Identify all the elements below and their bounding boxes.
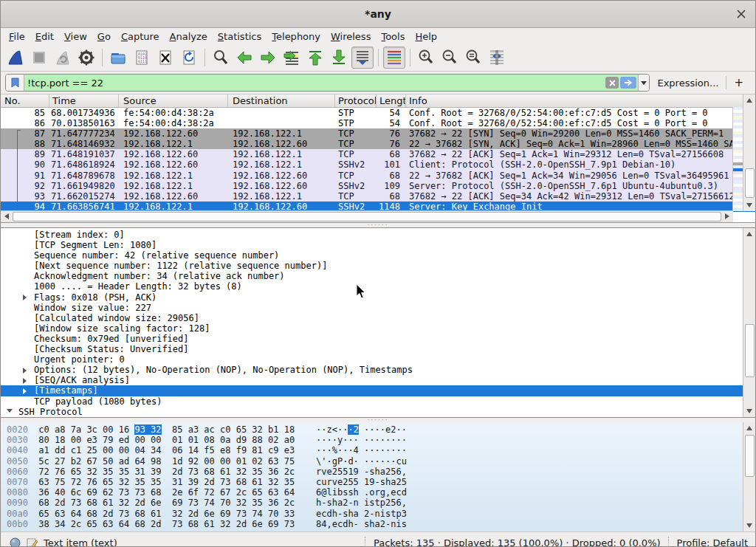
- detail-line[interactable]: [Next sequence number: 1122 (relative se…: [1, 261, 743, 271]
- hex-row-0070[interactable]: 0070 63 75 72 76 65 32 35 35 31 39 2d 73…: [7, 477, 407, 487]
- column-header-protocol[interactable]: Protocol: [335, 94, 377, 107]
- hex-row-0060[interactable]: 0060 72 76 65 32 35 35 31 39 2d 73 68 61…: [7, 467, 407, 477]
- capture-options-button[interactable]: [75, 47, 97, 69]
- menu-help[interactable]: Help: [410, 30, 442, 44]
- hex-row-00b0[interactable]: 00b0 38 34 2c 65 63 64 68 2d 73 68 61 32…: [7, 519, 407, 529]
- menu-file[interactable]: File: [4, 30, 30, 44]
- zoom-in-button[interactable]: [415, 47, 437, 69]
- title-bar[interactable]: *any: [1, 1, 755, 28]
- hex-row-0030[interactable]: 0030 80 18 00 e3 79 ed 00 00 01 01 08 0a…: [7, 435, 407, 445]
- go-first-button[interactable]: [304, 47, 326, 69]
- restart-capture-button[interactable]: [52, 47, 74, 69]
- column-header-time[interactable]: Time: [49, 94, 119, 107]
- save-capture-button[interactable]: 010101100111: [131, 47, 153, 69]
- zoom-original-button[interactable]: [462, 47, 484, 69]
- packet-row-93[interactable]: 9371.662015274192.168.122.60192.168.122.…: [1, 191, 755, 202]
- expander-collapsed-icon[interactable]: [23, 368, 27, 374]
- filter-bookmark-button[interactable]: [6, 75, 24, 91]
- find-packet-button[interactable]: [210, 47, 232, 69]
- window-close-button[interactable]: [735, 7, 748, 21]
- expander-collapsed-icon[interactable]: [23, 295, 27, 300]
- open-capture-button[interactable]: [107, 47, 129, 69]
- go-next-button[interactable]: [257, 47, 279, 69]
- detail-line[interactable]: Checksum: 0x79ed [unverified]: [1, 334, 743, 344]
- scroll-up-button[interactable]: [744, 423, 755, 433]
- detail-line[interactable]: [Stream index: 0]: [1, 230, 743, 240]
- detail-line[interactable]: [Window size scaling factor: 128]: [1, 323, 743, 334]
- auto-scroll-button[interactable]: [351, 47, 374, 69]
- detail-line[interactable]: 1000 .... = Header Length: 32 bytes (8): [1, 281, 743, 292]
- zoom-out-button[interactable]: [439, 47, 461, 69]
- expert-info-icon[interactable]: [10, 537, 21, 547]
- hex-row-0080[interactable]: 0080 36 40 6c 69 62 73 73 68 2e 6f 72 67…: [7, 487, 407, 498]
- packet-row-88[interactable]: 8871.648146932192.168.122.1192.168.122.6…: [1, 139, 755, 149]
- hex-row-00a0[interactable]: 00a0 65 63 64 68 2d 73 68 61 32 2d 6e 69…: [7, 509, 407, 519]
- scrollbar-thumb[interactable]: [745, 168, 755, 198]
- filter-apply-button[interactable]: [620, 77, 636, 89]
- menu-edit[interactable]: Edit: [30, 30, 59, 44]
- expression-button[interactable]: Expression...: [650, 78, 726, 89]
- detail-line[interactable]: [Calculated window size: 29056]: [1, 313, 743, 323]
- display-filter-input[interactable]: [24, 78, 605, 89]
- detail-line[interactable]: [SEQ/ACK analysis]: [1, 375, 743, 385]
- go-to-packet-button[interactable]: [281, 47, 303, 69]
- detail-line[interactable]: SSH Version 2 (encryption:chacha20-poly1…: [1, 417, 743, 418]
- packet-row-92[interactable]: 9271.661949820192.168.122.1192.168.122.6…: [1, 181, 755, 191]
- scrollbar-thumb[interactable]: [745, 324, 755, 377]
- packet-list-minimap[interactable]: [732, 107, 743, 211]
- menu-capture[interactable]: Capture: [116, 30, 165, 44]
- packet-row-90[interactable]: 9071.648618924192.168.122.60192.168.122.…: [1, 159, 755, 170]
- packet-row-91[interactable]: 9171.648789678192.168.122.1192.168.122.6…: [1, 171, 755, 181]
- column-header-info[interactable]: Info: [406, 94, 755, 107]
- menu-analyze[interactable]: Analyze: [165, 30, 213, 44]
- scroll-down-button[interactable]: [744, 200, 755, 210]
- display-filter-field[interactable]: [5, 74, 650, 92]
- expander-collapsed-icon[interactable]: [23, 388, 27, 394]
- bytes-vertical-scrollbar[interactable]: [743, 422, 755, 531]
- column-header-no[interactable]: No.: [1, 94, 49, 107]
- hex-row-0090[interactable]: 0090 68 2d 73 68 61 32 2d 6e 69 73 74 70…: [7, 498, 407, 508]
- expander-expanded-icon[interactable]: [7, 409, 13, 413]
- detail-line[interactable]: Flags: 0x018 (PSH, ACK): [1, 292, 743, 303]
- menu-telephony[interactable]: Telephony: [267, 30, 326, 44]
- colorize-button[interactable]: [383, 47, 405, 69]
- detail-line[interactable]: Urgent pointer: 0: [1, 354, 743, 365]
- scroll-left-button[interactable]: [1, 211, 12, 221]
- column-header-length[interactable]: Length: [377, 94, 406, 107]
- start-capture-button[interactable]: [4, 47, 27, 69]
- scroll-up-button[interactable]: [744, 95, 755, 106]
- reload-capture-button[interactable]: [178, 47, 200, 69]
- hex-row-0040[interactable]: 0040 a1 dd c1 25 00 00 04 34 06 14 f5 e8…: [7, 445, 407, 455]
- packet-row-87[interactable]: 8771.647777234192.168.122.60192.168.122.…: [1, 128, 755, 139]
- scroll-right-button[interactable]: [722, 211, 732, 221]
- filter-add-button[interactable]: +: [726, 76, 751, 89]
- detail-line[interactable]: SSH Protocol: [1, 407, 743, 417]
- resize-columns-button[interactable]: [486, 47, 508, 69]
- menu-go[interactable]: Go: [92, 30, 116, 44]
- detail-line[interactable]: [Timestamps]: [1, 385, 743, 396]
- capture-comment-icon[interactable]: [27, 537, 38, 547]
- go-previous-button[interactable]: [233, 47, 255, 69]
- column-header-source[interactable]: Source: [119, 94, 228, 107]
- scroll-down-button[interactable]: [744, 406, 755, 416]
- filter-history-dropdown[interactable]: [638, 75, 649, 91]
- detail-line[interactable]: [TCP Segment Len: 1080]: [1, 240, 743, 250]
- packet-row-86[interactable]: 8670.013850163fe:54:00:d4:38:2aSTP54Conf…: [1, 118, 755, 128]
- detail-line[interactable]: Options: (12 bytes), No-Operation (NOP),…: [1, 365, 743, 375]
- detail-line[interactable]: Acknowledgment number: 34 (relative ack …: [1, 271, 743, 281]
- menu-view[interactable]: View: [59, 30, 92, 44]
- expander-collapsed-icon[interactable]: [23, 378, 27, 384]
- packet-list-horizontal-scrollbar[interactable]: [1, 210, 733, 222]
- menu-statistics[interactable]: Statistics: [213, 30, 267, 44]
- packet-row-85[interactable]: 8568.001734936fe:54:00:d4:38:2aSTP54Conf…: [1, 108, 755, 118]
- packet-row-89[interactable]: 8971.648191037192.168.122.60192.168.122.…: [1, 149, 755, 159]
- column-header-destination[interactable]: Destination: [228, 94, 335, 107]
- stop-capture-button[interactable]: [28, 47, 50, 69]
- detail-line[interactable]: Sequence number: 42 (relative sequence n…: [1, 250, 743, 261]
- detail-line[interactable]: TCP payload (1080 bytes): [1, 396, 743, 407]
- scroll-up-button[interactable]: [744, 229, 755, 239]
- scrollbar-thumb[interactable]: [13, 212, 721, 221]
- packet-list-vertical-scrollbar[interactable]: [743, 94, 755, 211]
- scrollbar-thumb[interactable]: [745, 435, 755, 477]
- filter-clear-button[interactable]: [605, 77, 619, 89]
